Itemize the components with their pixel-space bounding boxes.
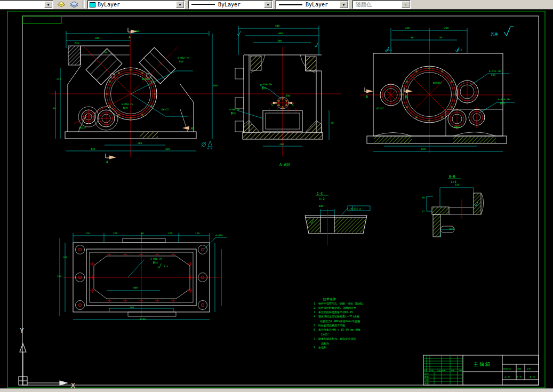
layer-yellow-icon <box>55 0 67 9</box>
dim-annotation: Ø72J7 <box>376 107 384 110</box>
note-line: 3. 未注明的铸造圆角半径R3~R5 <box>314 310 353 314</box>
dim-annotation: Ø250H7 <box>142 78 151 81</box>
dim-annotation: Ø30 <box>286 94 290 97</box>
dim-annotation: Ø250H7 <box>433 82 442 84</box>
layer-properties-button[interactable] <box>68 0 80 9</box>
make-layer-current-button[interactable] <box>55 0 67 9</box>
layers-blue-icon <box>68 0 80 9</box>
window-bottom-strip <box>0 388 553 392</box>
dim-annotation: 410 <box>91 148 95 150</box>
dim-annotation: 6.3 <box>164 265 168 268</box>
chevron-down-icon[interactable]: ▼ <box>176 1 184 8</box>
dim-annotation: 110 <box>85 232 90 235</box>
lineweight-control-combo[interactable]: ByLayer ▼ <box>275 0 349 9</box>
dim-annotation: 1100 <box>133 30 139 33</box>
drawing-canvas[interactable]: A A M C C A—A剖 <box>0 9 553 388</box>
dim-annotation: 880 <box>133 286 138 289</box>
chevron-down-icon[interactable]: ▼ <box>340 1 348 8</box>
color-control-combo[interactable]: ByLayer ▼ <box>87 0 185 9</box>
tb-row-audit: 审核 <box>424 379 429 381</box>
datum-a-top: A <box>129 35 131 39</box>
dim-annotation: 400 <box>278 32 283 35</box>
note-line: 后配作 <box>321 342 330 346</box>
tb-hdr-date: 日期 <box>459 370 462 372</box>
chevron-down-icon: ▼ <box>402 1 410 8</box>
dim-annotation: 6-M12-7H <box>178 57 189 59</box>
dim-annotation: 230 <box>444 27 448 29</box>
dim-annotation: 95 <box>439 36 443 39</box>
note-line: 4. 箱体须经水压试验检查(一71)合格 <box>314 315 359 318</box>
datum-b-inner: B <box>405 95 407 99</box>
note-line: 5. 时效处理后精加工平面 <box>314 324 345 327</box>
dim-annotation: 230 <box>405 27 410 29</box>
tb-scale-value: 1:3 <box>530 375 535 379</box>
dim-annotation: 配钻 <box>153 261 158 264</box>
note-line: 7. 箱体与箱盖配作, 配钻定位销孔 <box>314 337 356 341</box>
tb-hdr-mark: 标记 <box>423 370 427 372</box>
part-name: 主轴箱 <box>474 362 491 367</box>
linetype-control-combo[interactable]: ByLayer ▼ <box>188 0 273 9</box>
dim-annotation: 110 <box>195 232 199 235</box>
dim-annotation: EQS <box>491 74 495 76</box>
dim-annotation: Ø40 <box>319 205 323 207</box>
color-swatch-cyan <box>90 2 95 7</box>
dim-annotation: 12.5 <box>386 49 392 51</box>
ucs-x-label: X <box>71 381 75 388</box>
dim-annotation: Ø80J7 <box>454 126 462 129</box>
dim-annotation: 205 <box>63 256 67 259</box>
dim-annotation: Ø10 <box>450 228 454 230</box>
section-bb-scale: 1:4 <box>451 180 456 183</box>
view-front: A A M <box>51 28 341 164</box>
dim-annotation: 12 <box>422 210 425 213</box>
dim-annotation: 180 <box>130 306 134 309</box>
tb-col-stage: 阶段标记 <box>503 367 511 370</box>
dim-annotation: 630 <box>213 84 218 87</box>
view-section-aa: C C A—A剖 <box>235 26 329 167</box>
title-block: 主轴箱 标记 处数 更改文件号 签名 日期 设计 校核 审核 批准 阶段标记 质… <box>423 355 539 385</box>
dim-annotation: 4-Ø18 <box>215 234 223 237</box>
view-plan <box>60 233 227 319</box>
section-bb-label: B—B <box>449 174 455 179</box>
dim-annotation: 12.5 <box>456 49 462 51</box>
layer-combo[interactable]: ▼ <box>0 0 53 9</box>
section-aa-label: A—A剖 <box>279 163 290 167</box>
dim-annotation: 4-M8-7H <box>229 108 239 111</box>
ucs-icon: X Y <box>19 326 75 388</box>
dim-annotation: 212 <box>57 78 61 81</box>
dim-annotation: 4-Ø13-7H <box>498 98 510 101</box>
datum-c-right: C <box>292 103 294 106</box>
tb-hdr-sign: 签名 <box>451 370 454 372</box>
dim-annotation: 120 <box>455 183 459 186</box>
tb-hdr-count: 处数 <box>430 370 434 372</box>
tb-col-scale: 比例 <box>527 368 531 370</box>
ucs-y-label: Y <box>20 326 24 334</box>
dim-annotation: 380 <box>95 37 99 39</box>
tb-col-mass: 质量 <box>517 368 522 370</box>
tb-row-approve: 批准 <box>424 382 429 385</box>
dim-annotation: 570 <box>57 275 61 278</box>
tb-row-design: 设计 <box>424 372 429 375</box>
dim-annotation: 260 <box>138 142 142 145</box>
dim-annotation: 4-M16-7H <box>260 83 272 86</box>
tb-page: 第 张 <box>516 375 522 378</box>
note-line: 1X45° <box>321 333 329 336</box>
note-line: 2. 铸件须经时效处理, 消除内应力 <box>314 306 356 310</box>
plotstyle-control-combo: 随颜色 ▼ <box>352 0 411 9</box>
tb-hdr-doc: 更改文件号 <box>437 370 445 372</box>
dim-annotation: 440 <box>275 25 279 27</box>
toolbar-separator <box>83 1 85 8</box>
dim-annotation: 340 <box>277 39 282 42</box>
dim-annotation: 30 <box>141 232 144 235</box>
dim-annotation: 240 <box>279 143 284 146</box>
dim-annotation: Ø62J7 <box>162 108 169 111</box>
dim-annotation: 95 <box>53 107 56 110</box>
chevron-down-icon[interactable]: ▼ <box>44 1 52 8</box>
dim-annotation: 30 <box>422 196 425 199</box>
datum-c-left: C <box>271 103 273 106</box>
rest-roughness-label: 其余 <box>491 32 498 36</box>
datum-b-left: B <box>366 95 368 99</box>
view-section-cc: C—C 1:2 <box>305 191 370 245</box>
chevron-down-icon[interactable]: ▼ <box>264 1 272 8</box>
dim-annotation: Ø52J7 <box>79 126 86 129</box>
dim-annotation: R15 <box>75 42 79 44</box>
